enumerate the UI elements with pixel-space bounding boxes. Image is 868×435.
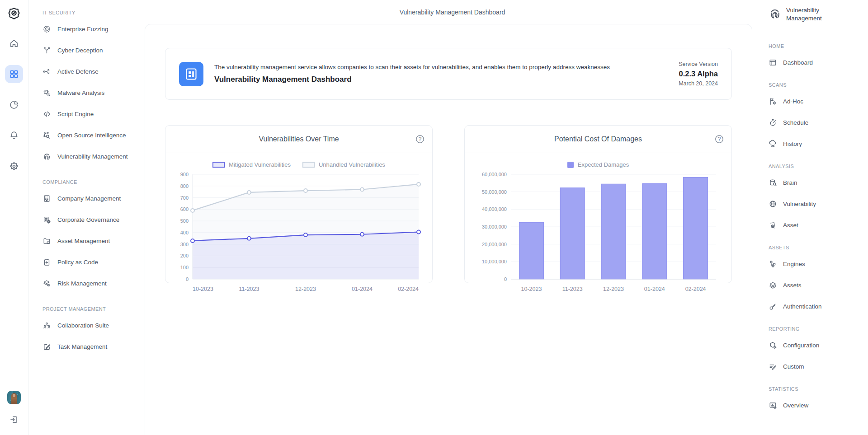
right-item-schedule[interactable]: Schedule: [769, 112, 863, 133]
sidebar-item-company-management[interactable]: Company Management: [42, 188, 139, 209]
section-header-statistics: STATISTICS: [769, 386, 863, 392]
right-item-label: Custom: [783, 363, 804, 370]
app-root: IT SECURITY Enterprise Fuzzing Cyber Dec…: [0, 0, 868, 435]
sidebar-item-label: Open Source Intelligence: [57, 132, 126, 139]
svg-text:10,000,000: 10,000,000: [482, 259, 507, 264]
svg-text:60,000,000: 60,000,000: [482, 172, 507, 177]
right-item-label: Schedule: [783, 119, 808, 126]
help-icon[interactable]: ?: [714, 134, 724, 144]
right-item-vulnerability[interactable]: Vulnerability: [769, 193, 863, 215]
chart-header: Potential Cost Of Damages ?: [465, 126, 731, 153]
svg-text:02-2024: 02-2024: [685, 286, 706, 292]
flag-target-icon: [769, 97, 777, 106]
sidebar-item-label: Cyber Deception: [57, 47, 103, 54]
svg-text:20,000,000: 20,000,000: [482, 242, 507, 247]
sidebar-item-risk-management[interactable]: Risk Management: [42, 273, 139, 294]
module-brand: Vulnerability Management: [769, 6, 863, 34]
rail-home-button[interactable]: [5, 34, 23, 52]
sidebar-item-vulnerability-management[interactable]: Vulnerability Management: [42, 146, 139, 167]
right-item-authentication[interactable]: Authentication: [769, 296, 863, 317]
service-version-date: March 20, 2024: [679, 80, 718, 87]
sidebar-item-open-source-intelligence[interactable]: Open Source Intelligence: [42, 125, 139, 146]
people-group-icon: [42, 321, 51, 330]
building-icon: [42, 194, 51, 203]
user-avatar[interactable]: [7, 391, 21, 404]
top-header: Vulnerability Management Dashboard: [144, 0, 761, 24]
main-area: Vulnerability Management Dashboard The v…: [144, 0, 761, 435]
sidebar-item-asset-management[interactable]: Asset Management: [42, 230, 139, 252]
svg-text:100: 100: [180, 265, 189, 270]
sidebar-item-cyber-deception[interactable]: Cyber Deception: [42, 40, 139, 61]
svg-text:400: 400: [180, 230, 189, 235]
section-header-reporting: REPORTING: [769, 326, 863, 332]
right-item-label: Overview: [783, 402, 808, 409]
potential-cost-of-damages-card: Potential Cost Of Damages ? Expected Dam…: [464, 125, 732, 283]
sidebar-item-script-engine[interactable]: Script Engine: [42, 103, 139, 125]
right-item-configuration[interactable]: Configuration: [769, 335, 863, 356]
section-header-scans: SCANS: [769, 82, 863, 88]
right-item-assets[interactable]: Assets: [769, 275, 863, 296]
hexagon-gear-icon: [769, 341, 777, 350]
sidebar-item-corporate-governance[interactable]: Corporate Governance: [42, 209, 139, 230]
help-icon[interactable]: ?: [415, 134, 425, 144]
svg-text:600: 600: [180, 206, 189, 212]
sidebar-item-policy-as-code[interactable]: Policy as Code: [42, 252, 139, 273]
right-item-asset[interactable]: Asset: [769, 215, 863, 236]
window-layout-icon: [769, 58, 777, 67]
legend-entry-expected-damages: Expected Damages: [567, 161, 629, 168]
layers-eye-icon: [42, 279, 51, 288]
rail-settings-button[interactable]: [5, 157, 23, 175]
unhandled-swatch: [302, 162, 315, 168]
svg-text:10-2023: 10-2023: [521, 286, 542, 292]
rail-nav: [5, 34, 23, 175]
shield-check-logo-icon: [5, 5, 23, 23]
right-item-label: Ad-Hoc: [783, 98, 803, 105]
rail-notifications-button[interactable]: [5, 126, 23, 145]
share-arrows-icon: [42, 67, 51, 76]
right-sidebar: Vulnerability Management HOME Dashboard …: [761, 0, 868, 435]
section-header-it-security: IT SECURITY: [42, 10, 139, 15]
right-item-ad-hoc[interactable]: Ad-Hoc: [769, 91, 863, 112]
legend-entry-unhandled: Unhandled Vulnerabilities: [302, 161, 385, 168]
cloud-layers-icon: [769, 140, 777, 148]
right-item-overview[interactable]: Overview: [769, 395, 863, 416]
service-description: The vulnerability management service all…: [214, 64, 668, 70]
svg-text:0: 0: [186, 276, 189, 282]
right-item-history[interactable]: History: [769, 133, 863, 154]
right-section-scans: SCANS Ad-Hoc Schedule History: [769, 82, 863, 154]
right-item-label: History: [783, 140, 802, 147]
sidebar-item-enterprise-fuzzing[interactable]: Enterprise Fuzzing: [42, 19, 139, 40]
svg-text:?: ?: [419, 136, 422, 142]
right-item-dashboard[interactable]: Dashboard: [769, 52, 863, 73]
module-brand-name: Vulnerability Management: [786, 6, 836, 22]
svg-text:700: 700: [180, 195, 189, 201]
sidebar-item-label: Enterprise Fuzzing: [57, 26, 108, 33]
fingerprint-icon: [42, 152, 51, 161]
section-header-home: HOME: [769, 43, 863, 49]
sidebar-item-label: Company Management: [57, 195, 121, 202]
sidebar-item-label: Active Defense: [57, 68, 99, 75]
right-item-custom[interactable]: Custom: [769, 356, 863, 377]
svg-text:50,000,000: 50,000,000: [482, 189, 507, 195]
bar-chart-canvas: 010,000,00020,000,00030,000,00040,000,00…: [472, 168, 722, 298]
dashboard-widget-icon: [179, 62, 203, 86]
rail-dashboard-button[interactable]: [5, 65, 23, 83]
sidebar-item-task-management[interactable]: Task Management: [42, 336, 139, 357]
svg-text:40,000,000: 40,000,000: [482, 206, 507, 212]
service-info-card: The vulnerability management service all…: [165, 48, 732, 100]
sidebar-item-label: Vulnerability Management: [57, 153, 128, 160]
section-header-assets: ASSETS: [769, 245, 863, 250]
charts-row: Vulnerabilities Over Time ? Mitigated Vu…: [165, 125, 732, 283]
sidebar-item-malware-analysis[interactable]: Malware Analysis: [42, 82, 139, 103]
svg-text:500: 500: [180, 218, 189, 224]
service-title: Vulnerability Management Dashboard: [214, 75, 668, 84]
right-item-engines[interactable]: Engines: [769, 253, 863, 275]
svg-text:02-2024: 02-2024: [398, 286, 419, 292]
rail-analytics-button[interactable]: [5, 96, 23, 114]
sidebar-item-active-defense[interactable]: Active Defense: [42, 61, 139, 82]
logout-button[interactable]: [5, 411, 23, 429]
line-chart-canvas: 010020030040050060070080090010-202311-20…: [173, 168, 422, 298]
legend-label: Expected Damages: [578, 161, 629, 168]
sidebar-item-collaboration-suite[interactable]: Collaboration Suite: [42, 315, 139, 336]
right-item-brain[interactable]: Brain: [769, 172, 863, 193]
